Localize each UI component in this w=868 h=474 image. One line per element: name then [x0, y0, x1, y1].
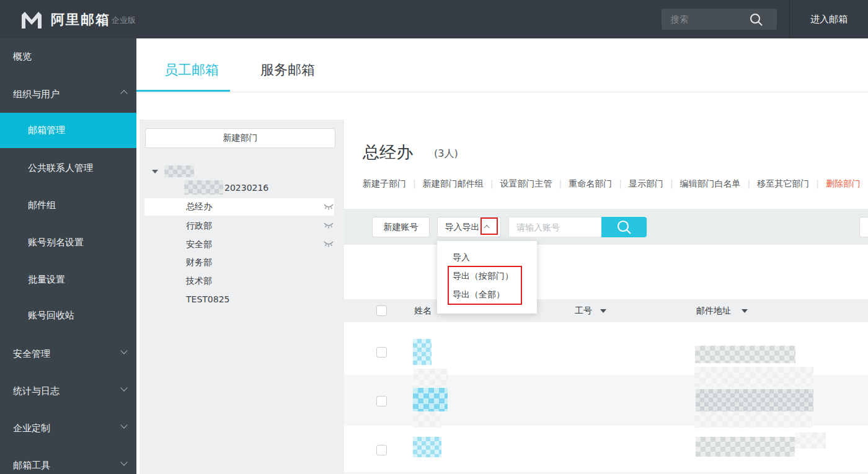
sidebar-item-overview[interactable]: 概览 [0, 51, 136, 63]
import-export-dropdown: 导入 导出（按部门） 导出（全部） [437, 241, 537, 314]
sidebar-item-account-recycle[interactable]: 账号回收站 [0, 310, 136, 322]
tab-employee-mailbox[interactable]: 员工邮箱 [164, 61, 219, 79]
chevron-down-icon [120, 459, 127, 465]
tree-item-redacted-prefix[interactable] [184, 180, 223, 195]
column-employee-id: 工号 [575, 305, 592, 317]
tabstrip: 员工邮箱 服务邮箱 [136, 38, 868, 92]
chevron-down-icon [120, 384, 127, 391]
redacted-artifact [694, 367, 813, 387]
column-name: 姓名 [414, 305, 432, 317]
row-checkbox[interactable] [376, 347, 387, 358]
table-bottom-border [344, 473, 868, 473]
brand-title: 阿里邮箱 [51, 11, 110, 29]
sidebar-item-batch-settings[interactable]: 批量设置 [0, 274, 136, 286]
hidden-department-icon [323, 239, 334, 251]
tree-item-zongjingban[interactable]: 总经办 [186, 201, 212, 213]
chevron-up-icon [120, 90, 127, 97]
sidebar-item-security[interactable]: 安全管理 [0, 348, 136, 361]
tree-item-test0825[interactable]: TEST0825 [186, 294, 229, 304]
tree-item-caiwubu[interactable]: 财务部 [186, 257, 212, 268]
tree-expand-caret-icon[interactable] [152, 170, 158, 173]
sidebar-item-mail-groups[interactable]: 邮件组 [0, 200, 136, 212]
chevron-down-icon [120, 421, 127, 428]
new-account-button[interactable]: 新建账号 [372, 217, 430, 237]
enter-mailbox-button[interactable]: 进入邮箱 [790, 0, 868, 38]
redacted-email-cell [696, 437, 795, 457]
sidebar-item-enterprise-custom[interactable]: 企业定制 [0, 423, 136, 435]
sidebar-item-mailbox-management[interactable]: 邮箱管理 [0, 113, 136, 148]
redacted-email-cell [696, 389, 813, 411]
import-export-button[interactable]: 导入导出 [437, 217, 501, 237]
sidebar-item-org-users[interactable]: 组织与用户 [0, 89, 136, 101]
chevron-down-icon [120, 347, 127, 354]
sort-caret-icon[interactable] [600, 309, 606, 313]
redacted-name-cell [413, 437, 441, 457]
topbar: 阿里邮箱 企业版 进入邮箱 [0, 0, 868, 38]
redacted-artifact [795, 432, 826, 449]
page-title: 总经办 [363, 141, 413, 164]
member-count: (3人) [434, 147, 458, 160]
action-edit-dept-whitelist[interactable]: 编辑部门白名单 [680, 178, 741, 188]
tree-item-20230216[interactable]: 20230216 [224, 183, 268, 193]
action-new-dept-mailgroup[interactable]: 新建部门邮件组 [423, 178, 484, 188]
action-new-subdept[interactable]: 新建子部门 [363, 178, 406, 188]
brand-edition: 企业版 [112, 15, 136, 26]
action-show-dept[interactable]: 显示部门 [629, 178, 663, 188]
sort-caret-icon[interactable] [742, 309, 748, 313]
sidebar-item-stats-logs[interactable]: 统计与日志 [0, 385, 136, 398]
action-move-dept[interactable]: 移至其它部门 [757, 178, 809, 188]
hidden-department-icon [323, 202, 334, 214]
menu-item-import[interactable]: 导入 [453, 252, 470, 263]
cutoff-right-button[interactable] [859, 217, 868, 237]
account-search-button[interactable] [601, 217, 647, 237]
caret-up-icon [484, 225, 490, 231]
action-delete-dept[interactable]: 删除部门 [826, 178, 861, 188]
menu-item-export-all[interactable]: 导出（全部） [453, 289, 505, 301]
tree-item-jishubu[interactable]: 技术部 [186, 276, 212, 287]
row-checkbox[interactable] [376, 396, 387, 406]
toolbar: 新建账号 导入导出 [344, 209, 868, 245]
sidebar: 概览 组织与用户 邮箱管理 公共联系人管理 邮件组 账号别名设置 批量设置 账号… [0, 38, 136, 474]
sidebar-item-mailbox-tools[interactable]: 邮箱工具 [0, 460, 136, 472]
redacted-name-cell [413, 388, 448, 411]
redacted-artifact [413, 369, 448, 387]
redacted-email-cell [695, 346, 795, 363]
active-tab-underline [136, 90, 230, 92]
tab-service-mailbox[interactable]: 服务邮箱 [260, 61, 315, 79]
new-department-button[interactable]: 新建部门 [145, 128, 335, 148]
account-search-input[interactable] [508, 217, 601, 237]
redacted-artifact [694, 410, 812, 428]
tree-item-xingzhengbu[interactable]: 行政部 [186, 221, 212, 232]
redacted-name-cell [413, 339, 432, 365]
hidden-department-icon [323, 221, 334, 232]
tree-item-selected-row[interactable]: 总经办 [144, 198, 334, 216]
sidebar-item-alias-settings[interactable]: 账号别名设置 [0, 237, 136, 249]
menu-item-export-by-dept[interactable]: 导出（按部门） [453, 271, 513, 282]
row-checkbox[interactable] [376, 445, 387, 455]
redacted-artifact [413, 410, 441, 428]
action-set-dept-manager[interactable]: 设置部门主管 [500, 178, 552, 188]
tree-item-anquanbu[interactable]: 安全部 [186, 239, 212, 250]
tree-root-redacted[interactable] [164, 165, 194, 177]
search-icon[interactable] [749, 12, 764, 30]
department-actions: 新建子部门|新建部门邮件组|设置部门主管|重命名部门|显示部门|编辑部门白名单|… [363, 178, 861, 190]
column-email: 邮件地址 [696, 305, 731, 317]
sidebar-item-public-contacts[interactable]: 公共联系人管理 [0, 162, 136, 175]
department-panel: 新建部门 20230216 总经办 行政部 安全部 财务部 技术部 TEST08… [140, 120, 344, 474]
search-icon [616, 219, 632, 235]
select-all-checkbox[interactable] [376, 305, 387, 316]
action-rename-dept[interactable]: 重命名部门 [569, 178, 612, 188]
alimail-logo-icon [19, 10, 46, 32]
